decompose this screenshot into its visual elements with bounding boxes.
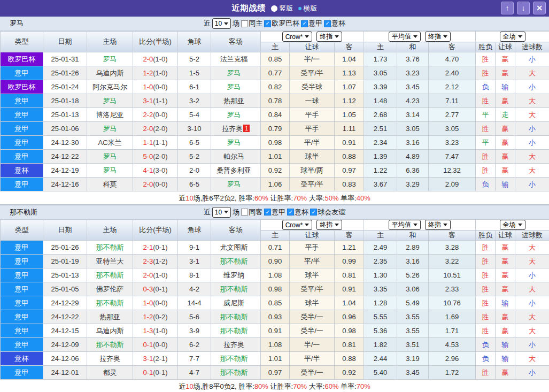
filter-checkbox-意杯[interactable]: ✓ — [287, 209, 294, 216]
bookmaker-select[interactable]: Crow* — [282, 220, 313, 230]
chevron-down-icon — [518, 35, 522, 38]
crow-final-odds-select[interactable]: 终指 — [316, 220, 342, 230]
col-header-handicap-result: 让球 — [496, 230, 515, 241]
match-row: 意甲 24-12-09 那不勒斯 0-1(0-0) 6-2 拉齐奥 1.08 半… — [1, 338, 549, 352]
match-count-select[interactable]: 10 — [212, 207, 231, 218]
filter-checkbox-意杯[interactable]: ✓ — [324, 20, 331, 27]
filter-checkbox-同客[interactable] — [241, 209, 248, 216]
handicap-result-cell: 赢 — [496, 366, 515, 380]
crow-away-odds-cell: 0.96 — [335, 310, 364, 324]
crow-handicap-cell: 平/半 — [290, 352, 335, 366]
filter-checkbox-球会友谊[interactable]: ✓ — [310, 209, 317, 216]
radio-unselected-icon[interactable] — [298, 7, 301, 10]
move-down-button[interactable]: ↓ — [517, 2, 530, 14]
corners-cell: 4-2 — [178, 282, 211, 296]
league-cell: 意甲 — [1, 366, 43, 380]
crow-handicap-cell: 受半/一 — [290, 324, 335, 338]
corners-cell: 6-1 — [178, 80, 211, 94]
crow-final-odds-select[interactable]: 终指 — [316, 32, 342, 42]
radio-selected-icon[interactable] — [271, 5, 277, 12]
date-cell: 25-01-19 — [43, 255, 87, 268]
filter-checkbox-欧罗巴杯[interactable]: ✓ — [264, 20, 271, 27]
col-header-crow-handicap: 让球 — [290, 42, 335, 52]
avg-draw-odds-cell: 3.05 — [397, 122, 429, 136]
away-team-cell: 维罗纳 — [211, 268, 261, 282]
date-cell: 25-01-26 — [43, 66, 87, 80]
move-up-button[interactable]: ↑ — [501, 2, 514, 14]
avg-away-odds-cell: 4.70 — [429, 52, 476, 66]
layout-option-vertical[interactable]: 竖版 — [271, 4, 293, 13]
home-team-cell: 亚特兰大 — [87, 255, 133, 268]
fulltime-select[interactable]: 全场 — [500, 220, 525, 230]
filter-checkbox-意甲[interactable]: ✓ — [264, 209, 271, 216]
arrow-down-icon: ↓ — [522, 4, 525, 12]
filter-checkbox-同主[interactable] — [241, 20, 248, 27]
avg-home-odds-cell: 1.82 — [364, 338, 397, 352]
crow-home-odds-cell: 0.84 — [261, 108, 290, 122]
radio-vertical-label: 竖版 — [280, 4, 293, 13]
avg-draw-odds-cell: 6.36 — [397, 164, 429, 178]
away-team-cell: 那不勒斯 — [211, 366, 261, 380]
match-row: 意甲 25-01-26 乌迪内斯 1-2(1-0) 1-5 罗马 0.77 受平… — [1, 66, 549, 80]
match-count-select[interactable]: 10 — [212, 18, 231, 29]
avg-home-odds-cell: 2.49 — [364, 241, 397, 255]
col-header-date: 日期 — [43, 32, 87, 52]
score-cell: 5-0(2-0) — [133, 150, 178, 164]
avg-home-odds-cell: 3.35 — [364, 282, 397, 296]
avg-away-odds-cell: 10.76 — [429, 296, 476, 310]
crow-away-odds-cell: 0.91 — [335, 136, 364, 150]
date-cell: 24-12-22 — [43, 150, 87, 164]
date-cell: 24-12-16 — [43, 178, 87, 191]
col-header-type: 类型 — [1, 220, 43, 241]
chevron-down-icon — [335, 35, 339, 38]
handicap-result-cell: 输 — [496, 178, 515, 191]
results-table: 类型 日期 主场 比分(半场) 角球 客场 Crow* 终指 平均值 — [0, 31, 549, 191]
filter-label: 欧罗巴杯 — [272, 19, 299, 28]
home-team-cell: 科莫 — [87, 178, 133, 191]
col-header-avg-home: 主 — [364, 42, 397, 52]
date-cell: 25-01-18 — [43, 94, 87, 108]
results-table: 类型 日期 主场 比分(半场) 角球 客场 Crow* 终指 平均值 — [0, 219, 549, 380]
bookmaker-select[interactable]: Crow* — [282, 32, 313, 42]
layout-option-horizontal[interactable]: 横版 — [298, 4, 318, 13]
home-team-cell: 拉齐奥 — [87, 352, 133, 366]
winloss-result-cell: 负 — [476, 80, 496, 94]
col-header-score: 比分(半场) — [133, 32, 178, 52]
winloss-result-cell: 胜 — [476, 94, 496, 108]
score-cell: 2-3(1-2) — [133, 255, 178, 268]
home-team-cell: 都灵 — [87, 366, 133, 380]
crow-handicap-cell: 平/半 — [290, 136, 335, 150]
avg-away-odds-cell: 2.96 — [429, 352, 476, 366]
league-cell: 意甲 — [1, 94, 43, 108]
score-cell: 0-3(0-1) — [133, 282, 178, 296]
score-cell: 0-1(0-0) — [133, 338, 178, 352]
corners-cell: 5-2 — [178, 52, 211, 66]
fulltime-select[interactable]: 全场 — [500, 32, 525, 42]
winloss-result-cell: 胜 — [476, 164, 496, 178]
date-cell: 25-01-13 — [43, 268, 87, 282]
crow-handicap-cell: 受半球 — [290, 80, 335, 94]
close-button[interactable]: ✕ — [533, 2, 546, 14]
filter-checkbox-意甲[interactable]: ✓ — [301, 20, 308, 27]
crow-away-odds-cell: 1.04 — [335, 296, 364, 310]
crow-home-odds-cell: 0.78 — [261, 94, 290, 108]
winloss-result-cell: 胜 — [476, 66, 496, 80]
crow-handicap-cell: 一球 — [290, 94, 335, 108]
average-odds-select[interactable]: 平均值 — [389, 32, 421, 42]
home-team-cell: 罗马 — [87, 164, 133, 178]
avg-home-odds-cell: 2.34 — [364, 136, 397, 150]
average-odds-select[interactable]: 平均值 — [389, 220, 421, 230]
avg-final-odds-select[interactable]: 终指 — [425, 32, 451, 42]
goals-result-cell: 小 — [515, 268, 549, 282]
league-cell: 意甲 — [1, 296, 43, 310]
crow-away-odds-cell: 1.05 — [335, 108, 364, 122]
avg-final-odds-select[interactable]: 终指 — [425, 220, 451, 230]
avg-home-odds-cell: 5.36 — [364, 324, 397, 338]
handicap-result-cell: 走 — [496, 108, 515, 122]
close-icon: ✕ — [536, 4, 543, 12]
near-label: 近 — [204, 207, 211, 217]
crow-handicap-cell: 半/一 — [290, 338, 335, 352]
winloss-result-cell: 平 — [476, 136, 496, 150]
avg-draw-odds-cell: 5.49 — [397, 296, 429, 310]
score-cell: 2-0(1-0) — [133, 268, 178, 282]
